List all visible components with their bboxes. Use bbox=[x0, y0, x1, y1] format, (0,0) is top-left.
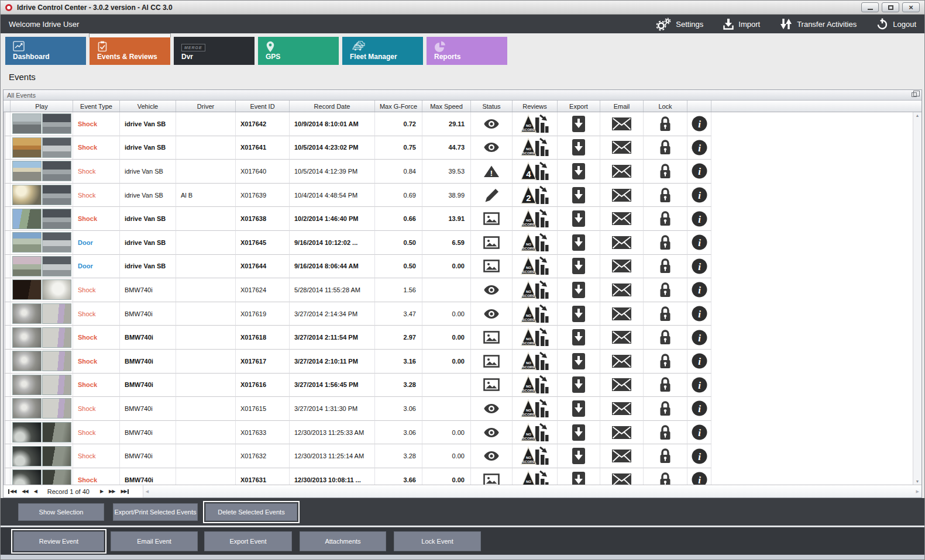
play-event-cell[interactable] bbox=[11, 374, 73, 397]
play-event-cell[interactable] bbox=[11, 397, 73, 421]
play-event-cell[interactable] bbox=[11, 278, 73, 302]
tab-gps[interactable]: GPS bbox=[258, 37, 339, 65]
table-row[interactable]: Shock idrive Van SB X017640 10/5/2014 4:… bbox=[4, 160, 921, 184]
road-camera-thumbnail[interactable] bbox=[12, 469, 42, 485]
play-event-cell[interactable] bbox=[11, 468, 73, 485]
road-camera-thumbnail[interactable] bbox=[12, 113, 42, 134]
review-score-cell[interactable]: NO SCORE bbox=[513, 397, 558, 421]
road-camera-thumbnail[interactable] bbox=[12, 185, 42, 205]
minimize-button[interactable] bbox=[861, 2, 879, 12]
lock-cell[interactable] bbox=[644, 468, 687, 485]
previous-record-button[interactable]: ◀ bbox=[34, 489, 37, 494]
lock-cell[interactable] bbox=[644, 444, 687, 468]
table-row[interactable]: Shock BMW740i X017618 3/27/2014 2:11:54 … bbox=[4, 326, 921, 350]
lock-cell[interactable] bbox=[644, 421, 687, 445]
export-cell[interactable] bbox=[558, 231, 600, 255]
row-selector[interactable] bbox=[4, 326, 11, 350]
table-row[interactable]: Shock BMW740i X017624 5/28/2014 11:55:28… bbox=[4, 278, 921, 302]
cabin-camera-thumbnail[interactable] bbox=[42, 398, 71, 419]
play-event-cell[interactable] bbox=[11, 136, 73, 160]
review-score-cell[interactable]: 4 bbox=[513, 160, 558, 184]
lock-cell[interactable] bbox=[644, 112, 687, 136]
road-camera-thumbnail[interactable] bbox=[12, 351, 42, 371]
export-cell[interactable] bbox=[558, 184, 600, 208]
row-selector[interactable] bbox=[4, 278, 11, 302]
export-cell[interactable] bbox=[558, 112, 600, 136]
vertical-scrollbar[interactable]: ▲ ▼ bbox=[913, 112, 921, 485]
review-score-cell[interactable]: NO SCORE bbox=[513, 350, 558, 374]
email-cell[interactable] bbox=[600, 350, 644, 374]
info-cell[interactable]: i bbox=[687, 255, 711, 279]
import-button[interactable]: Import bbox=[723, 18, 760, 30]
cabin-camera-thumbnail[interactable] bbox=[42, 446, 71, 466]
review-score-cell[interactable]: NO SCORE bbox=[513, 255, 558, 279]
table-row[interactable]: Shock BMW740i X017616 3/27/2014 1:56:45 … bbox=[4, 374, 921, 397]
row-selector[interactable] bbox=[4, 397, 11, 421]
last-record-button[interactable]: ▶▶ bbox=[121, 489, 128, 494]
table-row[interactable]: Shock BMW740i X017633 12/30/2013 11:25:3… bbox=[4, 421, 921, 445]
table-row[interactable]: Shock BMW740i X017617 3/27/2014 2:10:11 … bbox=[4, 350, 921, 374]
table-row[interactable]: Shock idrive Van SB X017641 10/5/2014 4:… bbox=[4, 136, 921, 160]
tab-reports[interactable]: Reports bbox=[427, 37, 507, 65]
lock-cell[interactable] bbox=[644, 350, 687, 374]
col-email[interactable]: Email bbox=[600, 101, 644, 112]
lock-cell[interactable] bbox=[644, 184, 687, 208]
info-cell[interactable]: i bbox=[687, 397, 711, 421]
row-selector[interactable] bbox=[4, 255, 11, 279]
email-cell[interactable] bbox=[600, 112, 644, 136]
email-cell[interactable] bbox=[600, 136, 644, 160]
info-cell[interactable]: i bbox=[687, 444, 711, 468]
scroll-down-icon[interactable]: ▼ bbox=[916, 479, 920, 483]
play-event-cell[interactable] bbox=[11, 302, 73, 326]
tab-dvr[interactable]: MERGE Dvr bbox=[174, 37, 255, 65]
cabin-camera-thumbnail[interactable] bbox=[42, 256, 71, 276]
cabin-camera-thumbnail[interactable] bbox=[42, 185, 71, 205]
cabin-camera-thumbnail[interactable] bbox=[42, 161, 71, 181]
attachments-button[interactable]: Attachments bbox=[300, 531, 386, 551]
export-cell[interactable] bbox=[558, 397, 600, 421]
close-button[interactable]: × bbox=[902, 2, 920, 12]
cabin-camera-thumbnail[interactable] bbox=[42, 469, 71, 485]
col-vehicle[interactable]: Vehicle bbox=[120, 101, 176, 112]
table-row[interactable]: Door idrive Van SB X017645 9/16/2014 10:… bbox=[4, 231, 921, 255]
row-selector[interactable] bbox=[4, 421, 11, 445]
export-cell[interactable] bbox=[558, 278, 600, 302]
cabin-camera-thumbnail[interactable] bbox=[42, 375, 71, 395]
info-cell[interactable]: i bbox=[687, 160, 711, 184]
col-record-date[interactable]: Record Date bbox=[290, 101, 375, 112]
scroll-up-icon[interactable]: ▲ bbox=[916, 113, 920, 117]
email-cell[interactable] bbox=[600, 302, 644, 326]
table-row[interactable]: Shock BMW740i X017632 12/30/2013 11:25:1… bbox=[4, 444, 921, 468]
road-camera-thumbnail[interactable] bbox=[12, 256, 42, 276]
maximize-button[interactable] bbox=[882, 2, 899, 12]
review-score-cell[interactable]: 2 bbox=[513, 184, 558, 208]
play-event-cell[interactable] bbox=[11, 207, 73, 231]
review-score-cell[interactable]: NO SCORE bbox=[513, 136, 558, 160]
col-play[interactable]: Play bbox=[11, 101, 73, 112]
road-camera-thumbnail[interactable] bbox=[12, 279, 42, 300]
row-selector[interactable] bbox=[4, 350, 11, 374]
lock-event-button[interactable]: Lock Event bbox=[394, 531, 481, 551]
info-cell[interactable]: i bbox=[687, 207, 711, 231]
export-cell[interactable] bbox=[558, 468, 600, 485]
cabin-camera-thumbnail[interactable] bbox=[42, 232, 71, 253]
row-selector[interactable] bbox=[4, 374, 11, 397]
cabin-camera-thumbnail[interactable] bbox=[42, 113, 71, 134]
info-cell[interactable]: i bbox=[687, 374, 711, 397]
lock-cell[interactable] bbox=[644, 207, 687, 231]
fast-forward-button[interactable]: ▶▶ bbox=[109, 489, 115, 494]
email-cell[interactable] bbox=[600, 374, 644, 397]
export-cell[interactable] bbox=[558, 160, 600, 184]
col-max-gforce[interactable]: Max G-Force bbox=[375, 101, 422, 112]
email-cell[interactable] bbox=[600, 397, 644, 421]
rewind-button[interactable]: ◀◀ bbox=[22, 489, 27, 494]
lock-cell[interactable] bbox=[644, 231, 687, 255]
lock-cell[interactable] bbox=[644, 374, 687, 397]
road-camera-thumbnail[interactable] bbox=[12, 232, 42, 253]
review-score-cell[interactable]: NO SCORE bbox=[513, 326, 558, 350]
next-record-button[interactable]: ▶ bbox=[100, 489, 103, 494]
export-cell[interactable] bbox=[558, 136, 600, 160]
row-selector[interactable] bbox=[4, 468, 11, 485]
review-event-button[interactable]: Review Event bbox=[13, 531, 104, 551]
email-cell[interactable] bbox=[600, 184, 644, 208]
